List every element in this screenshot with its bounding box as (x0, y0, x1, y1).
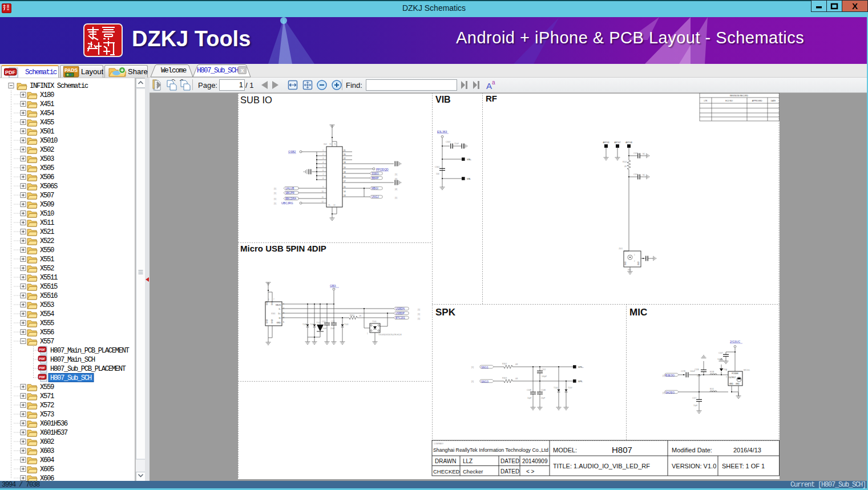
svg-text:10pF: 10pF (693, 404, 697, 407)
svg-text:USBDN: USBDN (395, 307, 405, 310)
svg-text:2: 2 (322, 153, 324, 156)
svg-text:DRAWN: DRAWN (435, 458, 456, 464)
svg-text:75: 75 (328, 204, 330, 206)
svg-text:ANT103: ANT103 (603, 141, 609, 144)
svg-text:13: 13 (344, 195, 346, 197)
svg-text:X522: X522 (40, 237, 54, 245)
svg-text:PPODQD: PPODQD (376, 168, 389, 171)
svg-text:SSEG: SSEG (372, 172, 379, 175)
svg-text:B101: B101 (710, 388, 714, 390)
svg-text:GND: GND (624, 261, 627, 266)
svg-text:H807_Sub_SCH: H807_Sub_SCH (50, 374, 92, 382)
svg-text:MIC: MIC (629, 307, 647, 318)
svg-text:GND: GND (637, 261, 640, 266)
svg-text:0R: 0R (624, 165, 627, 168)
svg-text:X551: X551 (40, 256, 54, 264)
svg-text:[1]: [1] (663, 375, 665, 377)
svg-text:18: 18 (344, 161, 346, 164)
svg-text:BBCDRA: BBCDRA (285, 197, 297, 200)
svg-text:T10V: T10V (568, 387, 572, 389)
svg-text:4: 4 (322, 161, 324, 164)
svg-text:[1]: [1] (471, 380, 474, 383)
svg-text:X556: X556 (40, 329, 54, 337)
svg-text:0R: 0R (515, 378, 518, 380)
svg-text:16: 16 (344, 176, 346, 178)
svg-text:T101: T101 (372, 321, 377, 323)
svg-text:X506S: X506S (40, 183, 58, 191)
svg-text:R302: R302 (502, 363, 507, 365)
svg-text:VBUS: VBUS (276, 304, 281, 306)
svg-text:21: 21 (344, 149, 346, 152)
svg-text:UALUB: UALUB (285, 187, 294, 190)
svg-text:C17B: C17B (681, 370, 685, 372)
svg-text:B3E3G: B3E3G (665, 374, 675, 377)
svg-text:X601H537: X601H537 (40, 429, 68, 437)
svg-text:VIB+: VIB+ (467, 159, 471, 161)
svg-text:POWER: POWER (732, 372, 738, 375)
svg-text:C117: C117 (692, 397, 697, 399)
svg-text:C303: C303 (446, 141, 450, 143)
svg-text:T100: T100 (310, 323, 314, 326)
svg-text:6: 6 (268, 298, 269, 301)
svg-text:11: 11 (322, 196, 324, 199)
svg-text:DATED: DATED (500, 468, 519, 475)
svg-text:S6G1: S6G1 (481, 366, 488, 369)
svg-text:X451: X451 (40, 100, 54, 108)
svg-text:C107: C107 (718, 352, 723, 354)
svg-text:APPROVED:: APPROVED: (752, 100, 763, 102)
svg-text:GND: GND (628, 269, 631, 271)
svg-text:ECO NO:: ECO NO: (725, 100, 733, 102)
svg-text:X571: X571 (40, 392, 54, 400)
svg-text:ID: ID (279, 317, 281, 319)
svg-text:10uF: 10uF (322, 327, 326, 330)
svg-text:8: 8 (322, 177, 324, 180)
svg-text:C10B: C10B (541, 389, 546, 391)
svg-text:GND: GND (276, 322, 281, 324)
svg-text:12: 12 (321, 201, 324, 203)
svg-text:X554: X554 (40, 310, 54, 318)
svg-text:H807_Sub_PCB_PLACEMENT: H807_Sub_PCB_PLACEMENT (50, 365, 126, 373)
svg-text:1K: 1K (359, 315, 362, 317)
svg-text:7: 7 (322, 173, 324, 176)
svg-text:Modified Date:: Modified Date: (672, 447, 712, 453)
svg-text:X573: X573 (40, 411, 54, 419)
svg-text:Shanghai ReallyTek Information: Shanghai ReallyTek Information Technolog… (433, 447, 548, 453)
svg-text:SPK+: SPK+ (578, 366, 583, 368)
svg-text:X5516: X5516 (40, 292, 58, 300)
svg-text:VIB-: VIB- (467, 178, 471, 180)
svg-text:GND: GND (271, 319, 273, 323)
svg-text:10: 10 (321, 191, 324, 193)
svg-text:C11B: C11B (695, 368, 699, 371)
svg-text:DATED: DATED (500, 458, 519, 464)
svg-text:UBCJRG: UBCJRG (281, 201, 293, 205)
svg-text:[1]: [1] (395, 197, 397, 199)
svg-text:C110: C110 (322, 321, 326, 323)
svg-text:X5511: X5511 (40, 274, 58, 282)
svg-text:E3L363: E3L363 (437, 130, 447, 133)
svg-text:X601H536: X601H536 (40, 420, 68, 428)
svg-text:SHEET: 1 OF 1: SHEET: 1 OF 1 (722, 463, 765, 469)
svg-text:LTR: LTR (704, 100, 708, 102)
svg-text:TVS-ESD9X5SON-4TR-HCLR: TVS-ESD9X5SON-4TR-HCLR (378, 334, 402, 336)
svg-text:H807_Main_SCH: H807_Main_SCH (50, 356, 95, 364)
svg-text:3: 3 (726, 376, 727, 378)
svg-text:R303: R303 (502, 377, 507, 379)
svg-text:X559: X559 (40, 383, 54, 391)
svg-text:X507: X507 (40, 192, 54, 200)
svg-text:GND: GND (736, 383, 740, 385)
svg-text:B10B: B10B (710, 371, 714, 373)
svg-text:VIB: VIB (435, 95, 451, 104)
svg-text:< >: < > (526, 468, 535, 475)
svg-text:20140909: 20140909 (522, 458, 548, 464)
svg-text:X552: X552 (40, 265, 54, 273)
svg-text:X572: X572 (40, 402, 54, 410)
svg-text:C110: C110 (633, 173, 638, 176)
svg-text:0R: 0R (515, 363, 518, 366)
svg-text:X606: X606 (40, 475, 54, 481)
svg-text:72: 72 (333, 204, 336, 206)
svg-text:22pF: 22pF (541, 397, 545, 399)
svg-text:PDF: PDF (39, 366, 46, 370)
svg-text:D-: D- (278, 308, 281, 310)
svg-text:PDF: PDF (39, 348, 46, 352)
svg-text:20: 20 (344, 153, 346, 156)
